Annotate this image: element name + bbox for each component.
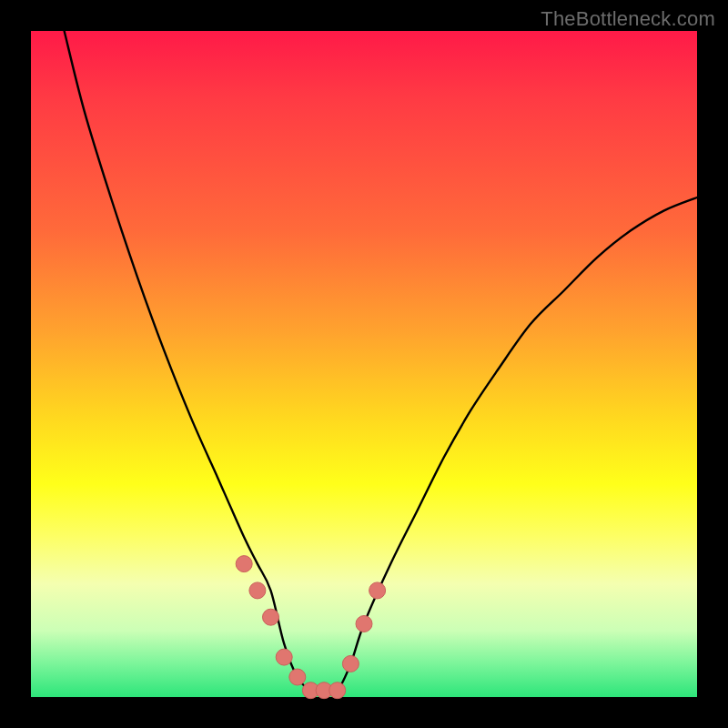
trough-marker bbox=[289, 669, 306, 685]
watermark-text: TheBottleneck.com bbox=[541, 7, 715, 31]
trough-marker bbox=[369, 582, 386, 599]
curve-svg bbox=[31, 31, 697, 697]
trough-marker bbox=[249, 582, 266, 599]
trough-markers bbox=[236, 556, 385, 699]
trough-marker bbox=[329, 682, 346, 699]
trough-marker bbox=[342, 655, 359, 672]
chart-frame: TheBottleneck.com bbox=[0, 0, 728, 728]
plot-area bbox=[31, 31, 697, 697]
trough-marker bbox=[236, 556, 252, 572]
trough-marker bbox=[356, 616, 372, 632]
trough-marker bbox=[276, 649, 292, 665]
trough-marker bbox=[263, 609, 279, 625]
